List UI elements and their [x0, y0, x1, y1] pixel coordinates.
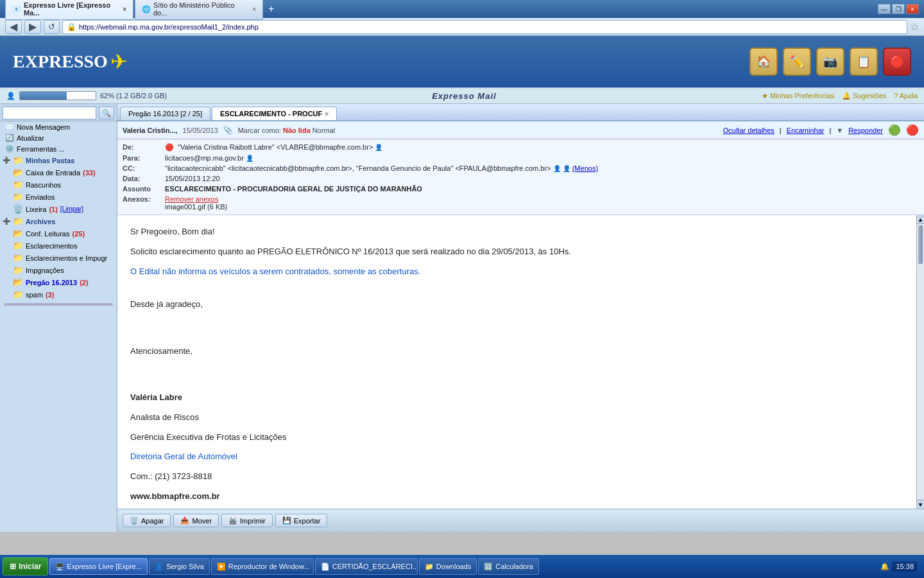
subject-label: Assunto	[123, 185, 161, 193]
sidebar-item-spam[interactable]: 📁 spam (3)	[0, 288, 117, 301]
email-para1: Solicito esclarecimento quanto ao PREGÃO…	[130, 245, 903, 259]
taskbar-item-1[interactable]: 👤 Sergio Silva	[149, 558, 210, 575]
sidebar-group-minhas-pastas[interactable]: ➕ 📁 Minhas Pastas	[0, 154, 117, 166]
folder-expand-icon: ➕	[3, 157, 10, 164]
detail-row-attachments: Anexos: Remover anexos image001.gif (6 K…	[123, 194, 919, 212]
email-details: De: 🔴 "Valeria Cristina Raibott Labre" <…	[117, 139, 924, 215]
start-button[interactable]: ⊞ Iniciar	[3, 557, 48, 575]
taskbar-item-3[interactable]: 📄 CERTIDÃO_ESCLÁRECI...	[315, 558, 418, 575]
scroll-up-button[interactable]: ▲	[917, 215, 924, 224]
sidebar-item-enviados[interactable]: 📁 Enviados	[0, 191, 117, 203]
close-email-icon[interactable]: 🔴	[906, 124, 919, 136]
taskbar-item-0[interactable]: 🖥️ Expresso Livre [Expre...	[49, 558, 148, 575]
sidebar-item-rascunhos[interactable]: 📁 Rascunhos	[0, 179, 117, 191]
new-tab-button[interactable]: +	[264, 2, 278, 16]
sidebar-scrollbar[interactable]	[4, 303, 113, 306]
sidebar-item-caixa-entrada[interactable]: 📂 Caixa de Entrada (33)	[0, 166, 117, 179]
print-button[interactable]: 🖨️ Imprimir	[221, 514, 273, 527]
tab-close-expresso[interactable]: ×	[123, 6, 126, 13]
tab-esclarecimento-close[interactable]: ×	[325, 110, 329, 118]
tab-expresso[interactable]: 📧 Expresso Livre [Expresso Ma... ×	[5, 0, 133, 20]
taskbar-item-4[interactable]: 📁 Downloads	[419, 558, 477, 575]
sidebar-item-esclarecimentos[interactable]: 📁 Esclarecimentos	[0, 240, 117, 252]
trash-clear-link[interactable]: [Limpar]	[60, 206, 83, 213]
address-input[interactable]	[79, 23, 903, 31]
drafts-folder-icon: 📁	[13, 180, 23, 189]
reload-button[interactable]: ↺	[44, 20, 60, 34]
sidebar-item-new-message[interactable]: ✉️ Nova Mensagem	[0, 121, 117, 132]
tab-ministerio[interactable]: 🌐 Sítio do Ministério Público do... ×	[135, 0, 263, 20]
pregao-folder-icon: 📂	[13, 277, 23, 287]
sidebar-item-update[interactable]: 🔄 Atualizar	[0, 132, 117, 143]
storage-text: 62% (1.2 GB/2.0 GB)	[100, 92, 167, 100]
window-controls: — ❐ ×	[878, 4, 919, 14]
minimize-button[interactable]: —	[878, 4, 891, 14]
compose-icon-btn[interactable]: ✏️	[783, 48, 811, 76]
compose-icon: ✉️	[5, 123, 14, 131]
close-button[interactable]: ×	[906, 4, 919, 14]
cc-less-link[interactable]: (Menos)	[572, 164, 598, 172]
tab-esclarecimento[interactable]: ESCLARECIMENTO - PROCUF ×	[212, 107, 337, 120]
clipboard-icon-btn[interactable]: 📋	[850, 48, 878, 76]
suggestions-link[interactable]: 🔔 Sugestões	[842, 92, 886, 100]
bookmark-star[interactable]: ☆	[910, 21, 919, 33]
sidebar-search-button[interactable]: 🔍	[99, 107, 114, 119]
app-toolbar: EXPRESSO ✈ 🏠 ✏️ 📷 📋 🔴	[0, 36, 924, 87]
alert-icon-btn[interactable]: 🔴	[883, 48, 911, 76]
sidebar-item-pregao[interactable]: 📂 Pregão 16.2013 (2)	[0, 276, 117, 288]
hide-details-link[interactable]: Ocultar detalhes	[723, 127, 774, 134]
sidebar-item-conf-leituras[interactable]: 📂 Conf. Leituras (25)	[0, 227, 117, 240]
sidebar-search[interactable]	[3, 107, 96, 119]
forward-button[interactable]: ▶	[24, 20, 41, 34]
spam-badge: (3)	[46, 291, 54, 299]
priority-value: Normal	[312, 127, 335, 134]
tab-close-ministerio[interactable]: ×	[252, 6, 256, 13]
export-button[interactable]: 💾 Exportar	[275, 514, 328, 527]
scroll-thumb[interactable]	[918, 225, 923, 264]
taskbar-icon-4: 📁	[425, 563, 434, 571]
info-bar-left: 👤 62% (1.2 GB/2.0 GB)	[6, 91, 167, 100]
taskbar-label-0: Expresso Livre [Expre...	[67, 563, 142, 570]
expresso-logo: EXPRESSO ✈	[13, 49, 128, 74]
email-header-actions: Ocultar detalhes | Encaminhar | ▼ Respon…	[723, 124, 919, 136]
help-link[interactable]: ? Ajuda	[894, 92, 918, 100]
taskbar-item-5[interactable]: 🔢 Calculadora	[478, 558, 539, 575]
logo-arrow: ✈	[110, 49, 128, 74]
print-icon: 🖨️	[228, 516, 237, 525]
sidebar-item-impgnacoes[interactable]: 📁 Impgnações	[0, 264, 117, 276]
attachments-label: Anexos:	[123, 195, 161, 211]
forward-link[interactable]: Encaminhar	[787, 127, 825, 134]
back-button[interactable]: ◀	[5, 20, 22, 34]
preferences-link[interactable]: ★ Minhas Preferências	[762, 92, 834, 100]
home-icon-btn[interactable]: 🏠	[749, 48, 778, 76]
bottom-toolbar: 🗑️ Apagar 📤 Mover 🖨️ Imprimir 💾 Exportar	[117, 509, 924, 532]
photo-icon-btn[interactable]: 📷	[816, 48, 844, 76]
taskbar-item-2[interactable]: ▶️ Reproductor de Window...	[211, 558, 314, 575]
signature-dept: Diretoria Geral de Automóvel	[130, 450, 903, 464]
main-content: 🔍 ✉️ Nova Mensagem 🔄 Atualizar ⚙️ Ferram…	[0, 104, 924, 532]
email-tabs: Pregão 16.2013 [2 / 25] ESCLARECIMENTO -…	[117, 104, 924, 121]
attachment-clip-icon: 📎	[223, 126, 233, 135]
sidebar-item-lixeira[interactable]: 🗑️ Lixeira (1) [Limpar]	[0, 203, 117, 215]
email-scrollbar[interactable]: ▲ ▼	[916, 215, 924, 509]
maximize-button[interactable]: ❐	[892, 4, 905, 14]
delete-button[interactable]: 🗑️ Apagar	[123, 514, 171, 527]
scroll-down-button[interactable]: ▼	[917, 500, 924, 509]
reply-link[interactable]: Responder	[848, 127, 883, 134]
sidebar-item-tools[interactable]: ⚙️ Ferramentas ...	[0, 143, 117, 154]
tab-pregao[interactable]: Pregão 16.2013 [2 / 25]	[120, 107, 210, 120]
to-value: licitacoes@mp.ma.gov.br 👤	[165, 154, 919, 162]
sidebar-group-archives[interactable]: ➕ 📁 Archives	[0, 215, 117, 227]
move-button[interactable]: 📤 Mover	[173, 514, 219, 527]
conf-leituras-icon: 📂	[13, 229, 23, 238]
taskbar-icon-5: 🔢	[484, 563, 493, 571]
signature-phone: Com.: (21) 3723-8818	[130, 470, 903, 484]
sidebar-item-esclarecimentos-impugr[interactable]: 📁 Esclarecimentos e Impugr	[0, 252, 117, 264]
taskbar-right: 🔔 15:38	[877, 561, 921, 572]
email-panel: Pregão 16.2013 [2 / 25] ESCLARECIMENTO -…	[117, 104, 924, 532]
detail-row-to: Para: licitacoes@mp.ma.gov.br 👤	[123, 153, 919, 163]
remove-attachments-link[interactable]: Remover anexos	[165, 195, 218, 203]
spam-icon: 📁	[13, 290, 23, 299]
tab-esclarecimento-label: ESCLARECIMENTO - PROCUF	[220, 110, 322, 118]
from-label: De:	[123, 143, 161, 152]
